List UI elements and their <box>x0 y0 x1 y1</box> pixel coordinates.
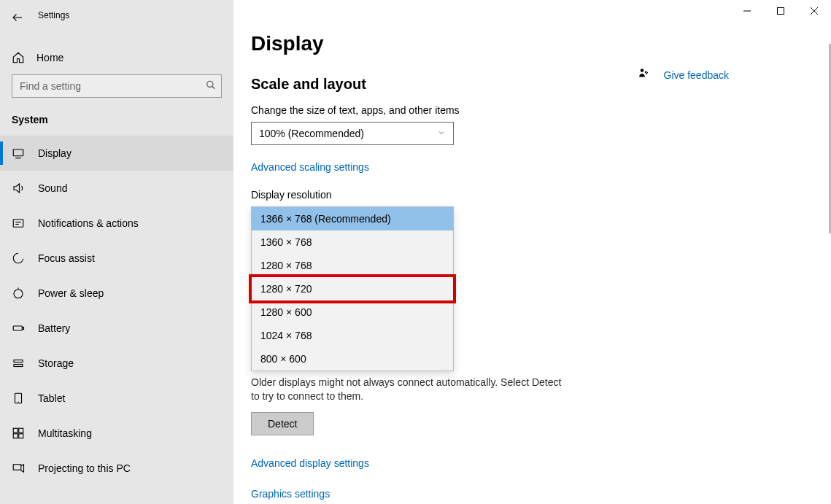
sidebar: Settings Home System DisplaySoundNotific… <box>0 0 233 504</box>
svg-rect-15 <box>23 327 24 330</box>
sidebar-nav: DisplaySoundNotifications & actionsFocus… <box>0 136 233 486</box>
sidebar-item-storage[interactable]: Storage <box>0 346 233 381</box>
nav-icon <box>12 357 25 370</box>
feedback-icon <box>638 67 651 82</box>
resolution-label: Display resolution <box>251 189 802 201</box>
svg-rect-20 <box>13 428 18 433</box>
svg-rect-7 <box>13 150 23 156</box>
nav-icon <box>12 252 25 265</box>
sidebar-item-label: Multitasking <box>38 427 92 439</box>
feedback-region: Give feedback <box>638 67 730 82</box>
search-icon <box>206 80 216 93</box>
sidebar-item-multitasking[interactable]: Multitasking <box>0 416 233 451</box>
svg-rect-24 <box>13 465 21 470</box>
resolution-option[interactable]: 1280 × 720 <box>252 277 453 301</box>
sidebar-item-label: Focus assist <box>38 252 95 264</box>
svg-line-6 <box>212 86 215 89</box>
resolution-option[interactable]: 1366 × 768 (Recommended) <box>252 207 453 230</box>
scale-combobox[interactable]: 100% (Recommended) <box>251 122 454 145</box>
sidebar-item-label: Battery <box>38 322 70 334</box>
sidebar-item-label: Storage <box>38 357 74 369</box>
sidebar-item-display[interactable]: Display <box>0 136 233 171</box>
svg-rect-16 <box>14 360 23 363</box>
svg-point-12 <box>14 290 23 298</box>
resolution-option[interactable]: 1280 × 600 <box>252 301 453 324</box>
scale-label: Change the size of text, apps, and other… <box>251 104 802 116</box>
sidebar-home-label: Home <box>36 52 63 63</box>
sidebar-item-notifications-actions[interactable]: Notifications & actions <box>0 206 233 241</box>
nav-icon <box>12 392 25 405</box>
sidebar-item-battery[interactable]: Battery <box>0 311 233 346</box>
detect-button[interactable]: Detect <box>251 412 314 435</box>
sidebar-item-label: Tablet <box>38 392 65 404</box>
graphics-settings-link[interactable]: Graphics settings <box>251 488 330 500</box>
sidebar-item-label: Power & sleep <box>38 287 104 299</box>
feedback-link[interactable]: Give feedback <box>664 69 730 81</box>
sidebar-item-label: Projecting to this PC <box>38 462 131 474</box>
minimize-button[interactable] <box>730 0 764 22</box>
search-input[interactable] <box>12 74 222 98</box>
resolution-dropdown[interactable]: 1366 × 768 (Recommended)1360 × 7681280 ×… <box>251 206 454 371</box>
app-title: Settings <box>38 10 69 20</box>
close-button[interactable] <box>797 0 831 22</box>
nav-icon <box>12 182 25 195</box>
sidebar-item-sound[interactable]: Sound <box>0 171 233 206</box>
chevron-down-icon <box>437 128 446 139</box>
scale-value: 100% (Recommended) <box>259 128 364 139</box>
nav-icon <box>12 462 25 475</box>
page-title: Display <box>251 32 802 55</box>
resolution-option[interactable]: 1024 × 768 <box>252 324 453 347</box>
back-button[interactable] <box>3 6 32 29</box>
svg-rect-23 <box>19 434 23 438</box>
svg-rect-17 <box>14 365 23 367</box>
resolution-option[interactable]: 1360 × 768 <box>252 230 453 254</box>
detect-help-text: Older displays might not always connect … <box>251 376 572 403</box>
svg-rect-1 <box>778 8 784 15</box>
maximize-button[interactable] <box>764 0 797 22</box>
svg-point-5 <box>207 81 213 87</box>
svg-rect-22 <box>13 434 18 438</box>
sidebar-item-label: Display <box>38 147 71 159</box>
svg-rect-21 <box>19 428 23 433</box>
nav-icon <box>12 217 25 230</box>
sidebar-item-power-sleep[interactable]: Power & sleep <box>0 276 233 311</box>
svg-rect-14 <box>13 326 22 330</box>
sidebar-item-label: Sound <box>38 182 67 194</box>
window-controls <box>730 0 831 22</box>
nav-icon <box>12 322 25 335</box>
sidebar-home[interactable]: Home <box>0 44 233 71</box>
main-panel: Display Scale and layout Change the size… <box>233 0 831 504</box>
sidebar-item-tablet[interactable]: Tablet <box>0 381 233 416</box>
nav-icon <box>12 427 25 440</box>
sidebar-item-label: Notifications & actions <box>38 217 139 229</box>
nav-icon <box>12 287 25 300</box>
sidebar-item-projecting-to-this-pc[interactable]: Projecting to this PC <box>0 451 233 486</box>
home-icon <box>12 51 25 64</box>
sidebar-section-title: System <box>0 109 233 136</box>
advanced-display-link[interactable]: Advanced display settings <box>251 457 369 469</box>
search-wrap <box>12 74 222 98</box>
resolution-option[interactable]: 1280 × 768 <box>252 254 453 277</box>
advanced-scaling-link[interactable]: Advanced scaling settings <box>251 161 369 173</box>
nav-icon <box>12 147 25 160</box>
sidebar-item-focus-assist[interactable]: Focus assist <box>0 241 233 276</box>
svg-point-25 <box>640 69 643 72</box>
resolution-option[interactable]: 800 × 600 <box>252 347 453 371</box>
svg-rect-9 <box>13 220 23 228</box>
